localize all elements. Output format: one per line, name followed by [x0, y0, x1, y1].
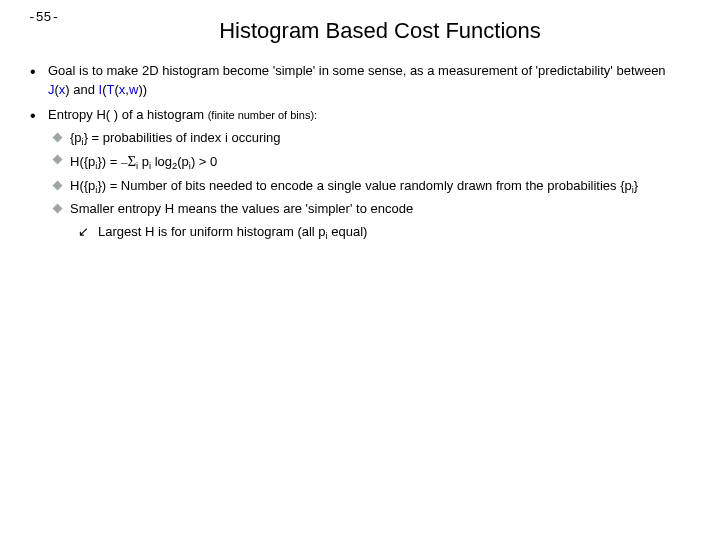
text: Entropy H( ) of a histogram — [48, 107, 208, 122]
sub-bullet-list: {pi} = probabilities of index i occuring… — [48, 129, 690, 242]
t: Smaller entropy H means the values are '… — [70, 201, 413, 216]
sub-smaller-entropy: Smaller entropy H means the values are '… — [48, 200, 690, 242]
t: Largest H is for uniform histogram (all … — [98, 224, 326, 239]
t: ) and — [65, 82, 98, 97]
bullet-goal: Goal is to make 2D histogram become 'sim… — [30, 62, 690, 100]
T-func: T — [107, 82, 115, 97]
t: }) = Number of bits needed to encode a s… — [97, 178, 631, 193]
subsub-largest-h: Largest H is for uniform histogram (all … — [70, 223, 690, 242]
t: )) — [138, 82, 147, 97]
t: }) = — [97, 154, 121, 169]
sub-entropy-formula: H({pi}) = –Σi pi log2(pi) > 0 — [48, 151, 690, 173]
t: H({p — [70, 154, 95, 169]
t: } = probabilities of index i occuring — [84, 130, 281, 145]
page-number: -55- — [28, 10, 59, 25]
t: } — [634, 178, 638, 193]
finite-note: (finite number of bins): — [208, 109, 317, 121]
main-bullet-list: Goal is to make 2D histogram become 'sim… — [0, 62, 720, 242]
t: (p — [177, 154, 189, 169]
sub-bits-needed: H({pi}) = Number of bits needed to encod… — [48, 177, 690, 196]
sigma: Σ — [127, 153, 136, 169]
t: {p — [70, 130, 82, 145]
w: w — [129, 82, 138, 97]
text: Goal is to make 2D histogram become 'sim… — [48, 63, 666, 78]
bullet-entropy: Entropy H( ) of a histogram (finite numb… — [30, 106, 690, 242]
t: log — [151, 154, 172, 169]
slide-title: Histogram Based Cost Functions — [0, 18, 720, 44]
subsub-list: Largest H is for uniform histogram (all … — [70, 223, 690, 242]
t: equal) — [328, 224, 368, 239]
t: ) > 0 — [191, 154, 217, 169]
t: H({p — [70, 178, 95, 193]
sub-prob-def: {pi} = probabilities of index i occuring — [48, 129, 690, 148]
t: p — [138, 154, 149, 169]
